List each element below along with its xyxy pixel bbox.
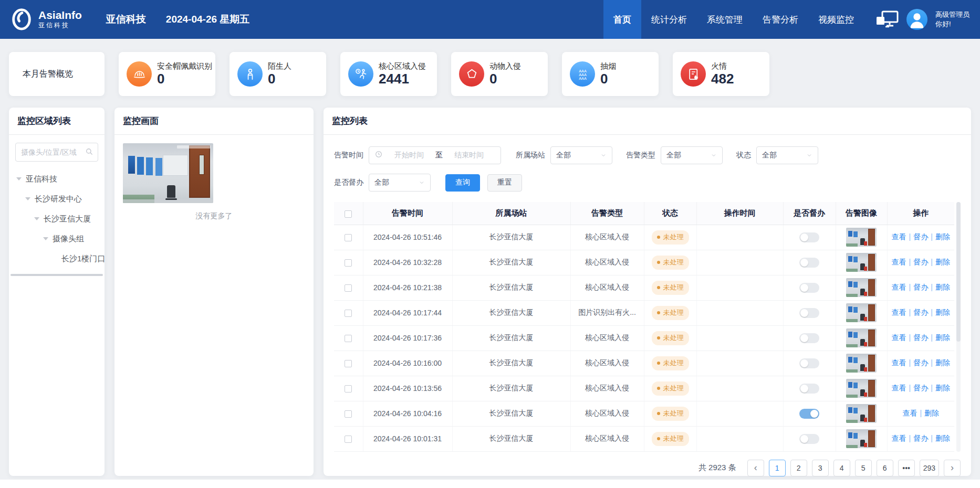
nav-item-video-monitor[interactable]: 视频监控 bbox=[808, 0, 864, 39]
delete-link[interactable]: 删除 bbox=[935, 384, 950, 392]
delete-link[interactable]: 删除 bbox=[924, 409, 939, 417]
delete-link[interactable]: 删除 bbox=[935, 232, 950, 241]
end-time-placeholder[interactable]: 结束时间 bbox=[443, 151, 495, 160]
page-button-293[interactable]: 293 bbox=[920, 460, 939, 476]
delete-link[interactable]: 删除 bbox=[935, 358, 950, 367]
search-icon[interactable] bbox=[85, 147, 94, 158]
caret-down-icon[interactable] bbox=[34, 217, 39, 220]
page-button-5[interactable]: 5 bbox=[855, 460, 872, 476]
alarm-image-thumbnail[interactable] bbox=[846, 253, 877, 272]
overview-card-intrusion[interactable]: 核心区域入侵2441 bbox=[340, 52, 437, 96]
supervise-toggle[interactable] bbox=[799, 333, 819, 343]
overview-card-animal[interactable]: 动物入侵0 bbox=[451, 52, 548, 96]
select-all-checkbox[interactable] bbox=[345, 210, 352, 218]
view-link[interactable]: 查看 bbox=[892, 283, 906, 291]
status-select[interactable]: 全部 bbox=[756, 146, 818, 164]
scrollbar-thumb[interactable] bbox=[956, 202, 961, 342]
delete-link[interactable]: 删除 bbox=[935, 333, 950, 342]
alarm-time-range-picker[interactable]: 开始时间 至 结束时间 bbox=[369, 146, 501, 164]
camera-snapshot-image[interactable] bbox=[123, 143, 213, 203]
supervise-link[interactable]: 督办 bbox=[913, 358, 928, 367]
row-checkbox[interactable] bbox=[345, 410, 352, 418]
screen-monitor-icon[interactable] bbox=[875, 10, 899, 28]
tree-item-2[interactable]: 长沙亚信大厦 bbox=[9, 209, 105, 229]
reset-button[interactable]: 重置 bbox=[487, 174, 522, 192]
view-link[interactable]: 查看 bbox=[892, 358, 906, 367]
start-time-placeholder[interactable]: 开始时间 bbox=[383, 151, 435, 160]
row-checkbox[interactable] bbox=[345, 335, 352, 342]
page-button-6[interactable]: 6 bbox=[877, 460, 893, 476]
nav-item-system-management[interactable]: 系统管理 bbox=[697, 0, 753, 39]
view-link[interactable]: 查看 bbox=[892, 333, 906, 342]
row-checkbox[interactable] bbox=[345, 259, 352, 267]
supervise-toggle[interactable] bbox=[799, 409, 819, 419]
alarm-image-thumbnail[interactable] bbox=[846, 379, 877, 398]
tree-item-4[interactable]: 长沙1楼门口 bbox=[9, 249, 105, 269]
alarm-image-thumbnail[interactable] bbox=[846, 328, 877, 347]
supervise-toggle[interactable] bbox=[799, 283, 819, 293]
tree-item-1[interactable]: 长沙研发中心 bbox=[9, 189, 105, 209]
tree-item-0[interactable]: 亚信科技 bbox=[9, 169, 105, 189]
supervise-toggle[interactable] bbox=[799, 308, 819, 318]
station-select[interactable]: 全部 bbox=[550, 146, 612, 164]
view-link[interactable]: 查看 bbox=[892, 434, 906, 442]
delete-link[interactable]: 删除 bbox=[935, 308, 950, 316]
overview-card-smoking[interactable]: AAAAAAAAA抽烟0 bbox=[562, 52, 659, 96]
page-button-1[interactable]: 1 bbox=[769, 460, 786, 476]
supervise-toggle[interactable] bbox=[799, 358, 819, 368]
supervise-link[interactable]: 督办 bbox=[913, 384, 928, 392]
supervise-link[interactable]: 督办 bbox=[913, 308, 928, 316]
overview-card-fire[interactable]: 火情482 bbox=[673, 52, 769, 96]
alarm-image-thumbnail[interactable] bbox=[846, 404, 877, 423]
row-checkbox[interactable] bbox=[345, 385, 352, 392]
alarm-image-thumbnail[interactable] bbox=[846, 278, 877, 297]
next-page-button[interactable]: › bbox=[944, 460, 961, 476]
tree-item-3[interactable]: 摄像头组 bbox=[9, 229, 105, 249]
supervise-link[interactable]: 督办 bbox=[913, 258, 928, 266]
page-button-2[interactable]: 2 bbox=[790, 460, 807, 476]
row-checkbox[interactable] bbox=[345, 360, 352, 367]
overview-card-helmet[interactable]: 安全帽佩戴识别0 bbox=[119, 52, 215, 96]
tree-horizontal-scrollbar[interactable] bbox=[11, 274, 103, 276]
query-button[interactable]: 查询 bbox=[445, 174, 480, 192]
overview-card-stranger[interactable]: 陌生人0 bbox=[230, 52, 326, 96]
row-checkbox[interactable] bbox=[345, 310, 352, 317]
delete-link[interactable]: 删除 bbox=[935, 283, 950, 291]
row-checkbox[interactable] bbox=[345, 436, 352, 443]
supervise-toggle[interactable] bbox=[799, 434, 819, 444]
row-checkbox[interactable] bbox=[345, 234, 352, 241]
supervise-toggle[interactable] bbox=[799, 258, 819, 268]
view-link[interactable]: 查看 bbox=[902, 409, 917, 417]
delete-link[interactable]: 删除 bbox=[935, 434, 950, 442]
user-avatar[interactable] bbox=[906, 9, 927, 30]
supervise-select[interactable]: 全部 bbox=[369, 174, 431, 192]
supervise-link[interactable]: 督办 bbox=[913, 232, 928, 241]
page-button-4[interactable]: 4 bbox=[833, 460, 850, 476]
view-link[interactable]: 查看 bbox=[892, 232, 906, 241]
supervise-link[interactable]: 督办 bbox=[913, 434, 928, 442]
nav-item-home[interactable]: 首页 bbox=[603, 0, 641, 39]
supervise-toggle[interactable] bbox=[799, 384, 819, 394]
view-link[interactable]: 查看 bbox=[892, 258, 906, 266]
supervise-toggle[interactable] bbox=[799, 232, 819, 242]
alarm-image-thumbnail[interactable] bbox=[846, 354, 877, 373]
prev-page-button[interactable]: ‹ bbox=[747, 460, 764, 476]
table-vertical-scrollbar[interactable] bbox=[956, 202, 961, 452]
supervise-link[interactable]: 督办 bbox=[913, 333, 928, 342]
alarm-image-thumbnail[interactable] bbox=[846, 303, 877, 322]
nav-item-statistics[interactable]: 统计分析 bbox=[641, 0, 697, 39]
caret-down-icon[interactable] bbox=[16, 177, 22, 181]
alarm-image-thumbnail[interactable] bbox=[846, 228, 877, 247]
caret-down-icon[interactable] bbox=[25, 197, 30, 200]
alarm-type-select[interactable]: 全部 bbox=[661, 146, 723, 164]
view-link[interactable]: 查看 bbox=[892, 384, 906, 392]
caret-down-icon[interactable] bbox=[43, 237, 48, 240]
row-checkbox[interactable] bbox=[345, 284, 352, 292]
supervise-link[interactable]: 督办 bbox=[913, 283, 928, 291]
page-button-3[interactable]: 3 bbox=[812, 460, 829, 476]
nav-item-alarm-analysis[interactable]: 告警分析 bbox=[753, 0, 808, 39]
delete-link[interactable]: 删除 bbox=[935, 258, 950, 266]
more-pages-button[interactable]: ••• bbox=[898, 460, 915, 476]
alarm-image-thumbnail[interactable] bbox=[846, 429, 877, 448]
view-link[interactable]: 查看 bbox=[892, 308, 906, 316]
